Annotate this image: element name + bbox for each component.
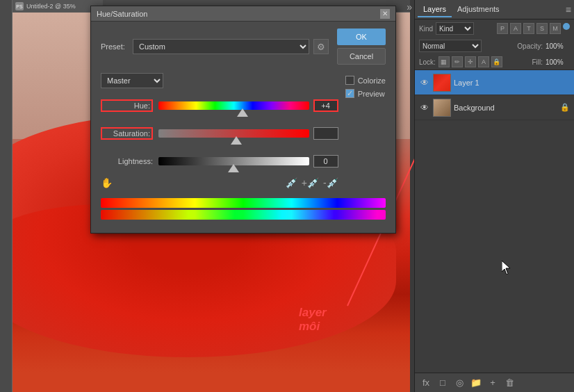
- add-layer-button[interactable]: +: [486, 376, 500, 390]
- lightness-thumb[interactable]: [228, 164, 239, 172]
- add-group-button[interactable]: 📁: [469, 376, 483, 390]
- eyedropper-plus-icon[interactable]: +💉: [302, 177, 319, 188]
- hue-value-input[interactable]: [313, 99, 338, 112]
- saturation-value-input[interactable]: [313, 127, 338, 140]
- kind-filter-adjust[interactable]: A: [510, 23, 521, 34]
- lock-row: Lock: ▦ ✏ ✛ A 🔒 Fill: 100%: [415, 54, 574, 70]
- color-bar-top: [101, 198, 386, 208]
- sliders-area: Master Hue: Saturation:: [101, 73, 338, 191]
- dialog-main: Master Hue: Saturation:: [101, 73, 386, 191]
- canvas-tab[interactable]: PS Untitled-2 @ 35%: [13, 0, 103, 13]
- preset-label: Preset:: [101, 42, 129, 51]
- app-icon: PS: [15, 2, 24, 10]
- kind-filter-smart[interactable]: M: [550, 23, 561, 34]
- hue-label: Hue:: [101, 99, 153, 112]
- colorize-row: Colorize: [345, 76, 386, 85]
- layers-list: 👁 Layer 1 👁 Background 🔒: [415, 70, 574, 373]
- color-bars: [101, 198, 386, 226]
- lock-label: Lock:: [419, 58, 436, 66]
- layer-lock-icon: 🔒: [560, 103, 570, 112]
- add-link-button[interactable]: fx: [419, 376, 433, 390]
- hue-thumb[interactable]: [237, 108, 248, 117]
- layer-name: Background: [454, 104, 557, 112]
- layer-thumb-image: [434, 74, 450, 91]
- preview-label: Preview: [358, 90, 385, 98]
- saturation-row: Saturation:: [101, 123, 338, 144]
- dialog-title: Hue/Saturation: [97, 10, 147, 18]
- preset-gear-button[interactable]: ⚙: [313, 39, 329, 54]
- saturation-label: Saturation:: [101, 127, 153, 140]
- dialog-body: Preset: Custom ⚙ OK Cancel Master: [91, 22, 395, 233]
- blend-mode-select[interactable]: Normal: [419, 40, 482, 52]
- lightness-value-input[interactable]: [313, 155, 338, 168]
- kind-row: Kind Kind P A T S M: [415, 19, 574, 38]
- hue-saturation-dialog: Hue/Saturation ✕ Preset: Custom ⚙ OK Can…: [90, 6, 396, 234]
- opacity-label: Opacity:: [517, 42, 543, 50]
- lightness-slider-track[interactable]: [158, 151, 309, 172]
- colorize-checkbox[interactable]: [345, 76, 354, 85]
- eyedropper-icon[interactable]: 💉: [286, 177, 297, 188]
- panel-tabs-left: Layers Adjustments: [418, 2, 505, 17]
- lock-artboard-btn[interactable]: A: [478, 56, 489, 67]
- layer-thumb-image: [434, 99, 450, 116]
- blend-mode-row: Normal Opacity: 100%: [415, 38, 574, 54]
- preview-checkbox[interactable]: ✓: [345, 89, 354, 98]
- lock-all-btn[interactable]: 🔒: [491, 56, 502, 67]
- dialog-close-button[interactable]: ✕: [380, 9, 390, 19]
- dialog-titlebar: Hue/Saturation ✕: [91, 6, 395, 22]
- layers-panel: Layers Adjustments ≡ Kind Kind P A T S M…: [414, 0, 574, 392]
- panel-toolbar: fx □ ◎ 📁 + 🗑: [415, 373, 574, 392]
- delete-layer-button[interactable]: 🗑: [502, 376, 516, 390]
- ok-button[interactable]: OK: [337, 28, 386, 45]
- lightness-label: Lightness:: [101, 157, 153, 165]
- kind-select[interactable]: Kind: [436, 22, 474, 35]
- layer-visibility-icon[interactable]: 👁: [419, 103, 430, 113]
- layer-thumbnail: [433, 74, 451, 92]
- fill-value[interactable]: 100%: [546, 58, 570, 66]
- hand-tool-icon[interactable]: ✋: [101, 177, 113, 188]
- saturation-thumb[interactable]: [231, 136, 242, 145]
- hue-track: [158, 101, 309, 110]
- tool-row: ✋ 💉 +💉 -💉: [101, 177, 338, 188]
- lock-position-btn[interactable]: ✛: [465, 56, 476, 67]
- color-bar-bottom: [101, 210, 386, 220]
- kind-filter-pixel[interactable]: P: [497, 23, 508, 34]
- saturation-slider-track[interactable]: [158, 123, 309, 144]
- collapse-panel-icon[interactable]: »: [407, 1, 412, 13]
- fill-label: Fill:: [532, 58, 543, 66]
- ruler-vertical: [0, 0, 13, 392]
- kind-filter-shape[interactable]: S: [536, 23, 548, 34]
- lock-image-btn[interactable]: ✏: [452, 56, 463, 67]
- layer-item[interactable]: 👁 Background 🔒: [415, 95, 574, 120]
- panel-tabs: Layers Adjustments ≡: [415, 0, 574, 19]
- add-mask-button[interactable]: □: [436, 376, 450, 390]
- eyedropper-minus-icon[interactable]: -💉: [323, 177, 338, 188]
- colorize-label: Colorize: [358, 76, 386, 85]
- kind-filter-icons: P A T S M: [497, 23, 570, 34]
- lightness-row: Lightness:: [101, 151, 338, 172]
- tab-adjustments[interactable]: Adjustments: [452, 2, 505, 17]
- channel-select[interactable]: Master: [101, 73, 163, 88]
- add-adjustment-button[interactable]: ◎: [452, 376, 466, 390]
- canvas-title: Untitled-2 @ 35%: [26, 3, 76, 10]
- layer-visibility-icon[interactable]: 👁: [419, 78, 430, 88]
- hue-slider-track[interactable]: [158, 95, 309, 116]
- cancel-button[interactable]: Cancel: [337, 48, 386, 65]
- layer-item[interactable]: 👁 Layer 1: [415, 70, 574, 95]
- channel-row: Master: [101, 73, 338, 88]
- options-area: Colorize ✓ Preview: [345, 76, 386, 191]
- lock-icons: ▦ ✏ ✛ A 🔒: [438, 56, 502, 67]
- preview-row: ✓ Preview: [345, 89, 386, 98]
- layer-thumbnail: [433, 99, 451, 117]
- panel-menu-icon[interactable]: ≡: [566, 4, 571, 15]
- tab-layers[interactable]: Layers: [418, 2, 452, 17]
- opacity-value[interactable]: 100%: [546, 42, 570, 50]
- preset-select[interactable]: Custom: [133, 39, 309, 54]
- layer-name: Layer 1: [454, 79, 570, 87]
- lock-transparent-btn[interactable]: ▦: [438, 56, 450, 67]
- hue-row: Hue:: [101, 95, 338, 116]
- preset-row: Preset: Custom ⚙ OK Cancel: [101, 28, 386, 65]
- kind-filter-active-dot: [563, 23, 570, 30]
- kind-filter-type[interactable]: T: [523, 23, 534, 34]
- kind-label: Kind: [419, 25, 433, 33]
